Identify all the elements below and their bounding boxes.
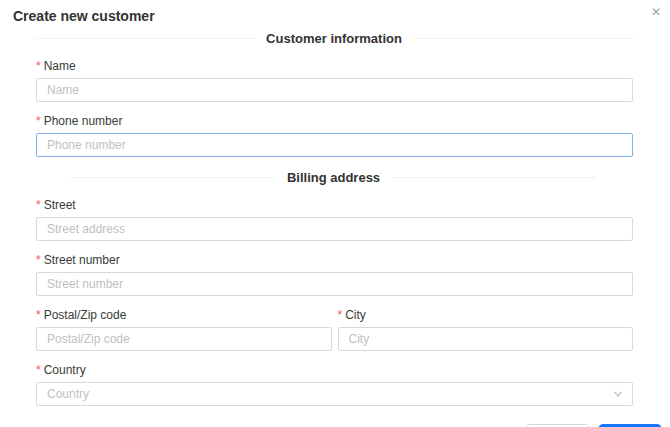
country-label: Country: [44, 363, 86, 377]
postal-label: Postal/Zip code: [44, 308, 127, 322]
country-field-group: *Country Country: [36, 363, 633, 406]
name-label: Name: [44, 59, 76, 73]
modal-title: Create new customer: [13, 8, 656, 24]
required-asterisk: *: [36, 363, 41, 377]
city-field-group: *City: [338, 308, 634, 351]
postal-city-row: *Postal/Zip code *City: [36, 308, 633, 363]
section-title-customer-information: Customer information: [266, 30, 402, 47]
street-label: Street: [44, 198, 76, 212]
required-asterisk: *: [36, 114, 41, 128]
customer-form: *Name *Phone number Billing address *Str…: [0, 59, 670, 406]
city-label: City: [345, 308, 366, 322]
postal-input[interactable]: [36, 327, 332, 351]
divider-line: [392, 177, 596, 178]
street-field-group: *Street: [36, 198, 633, 241]
divider-line: [35, 38, 254, 39]
name-field-group: *Name: [36, 59, 633, 102]
required-asterisk: *: [36, 308, 41, 322]
postal-label-row: *Postal/Zip code: [36, 308, 332, 323]
city-input[interactable]: [338, 327, 634, 351]
chevron-down-icon: [613, 389, 623, 399]
street-label-row: *Street: [36, 198, 633, 213]
create-customer-modal: Create new customer ✕ Customer informati…: [0, 0, 670, 427]
postal-field-group: *Postal/Zip code: [36, 308, 332, 351]
street-number-label-row: *Street number: [36, 253, 633, 268]
name-input[interactable]: [36, 78, 633, 102]
required-asterisk: *: [338, 308, 343, 322]
section-title-billing-address: Billing address: [287, 169, 380, 186]
country-label-row: *Country: [36, 363, 633, 378]
section-divider-billing-address: Billing address: [71, 169, 596, 186]
street-input[interactable]: [36, 217, 633, 241]
close-button[interactable]: ✕: [647, 3, 665, 21]
country-select[interactable]: Country: [36, 382, 633, 406]
country-select-placeholder: Country: [47, 383, 89, 405]
street-number-field-group: *Street number: [36, 253, 633, 296]
modal-header: Create new customer ✕: [0, 0, 670, 24]
required-asterisk: *: [36, 198, 41, 212]
close-icon: ✕: [651, 5, 661, 19]
city-label-row: *City: [338, 308, 634, 323]
phone-field-group: *Phone number: [36, 114, 633, 157]
phone-label-row: *Phone number: [36, 114, 633, 129]
required-asterisk: *: [36, 59, 41, 73]
name-label-row: *Name: [36, 59, 633, 74]
phone-label: Phone number: [44, 114, 123, 128]
phone-input[interactable]: [36, 133, 633, 157]
street-number-label: Street number: [44, 253, 120, 267]
divider-line: [71, 177, 275, 178]
section-divider-customer-information: Customer information: [35, 30, 633, 47]
street-number-input[interactable]: [36, 272, 633, 296]
required-asterisk: *: [36, 253, 41, 267]
divider-line: [414, 38, 633, 39]
